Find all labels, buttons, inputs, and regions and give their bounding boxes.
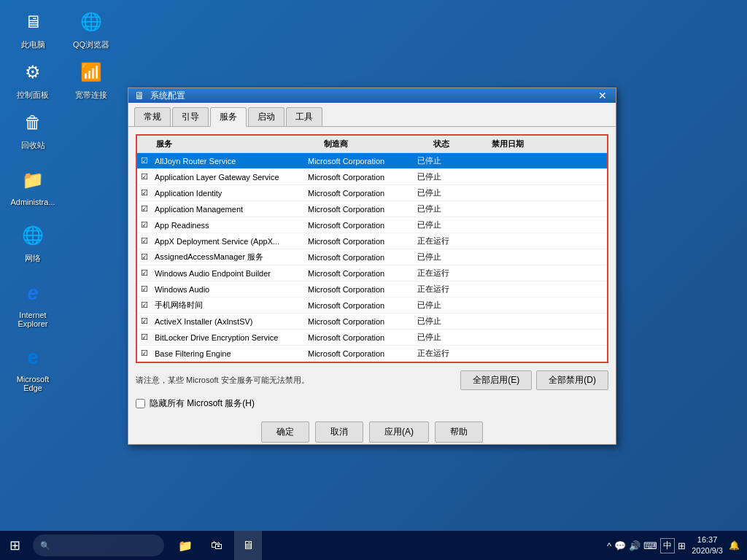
hide-ms-services-checkbox[interactable] — [136, 399, 145, 408]
tray-chevron[interactable]: ^ — [607, 540, 611, 551]
disable-all-button[interactable]: 全部禁用(D) — [536, 370, 608, 390]
apply-button[interactable]: 应用(A) — [369, 421, 429, 443]
tray-keyboard[interactable]: ⌨ — [643, 540, 657, 551]
service-vendor: Microsoft Corporation — [305, 315, 414, 328]
system-config-dialog: 🖥 系统配置 ✕ 常规 引导 服务 启动 工具 服务 制造商 状态 禁用日期 ☑ — [128, 88, 616, 445]
service-date — [473, 351, 531, 356]
service-name: 手机网络时间 — [152, 298, 305, 313]
row-checkbox[interactable]: ☑ — [137, 284, 152, 294]
admin-icon[interactable]: 📁 Administra... — [7, 166, 58, 206]
service-date — [473, 303, 531, 308]
taskbar-store[interactable]: 🛍 — [203, 531, 231, 560]
taskbar-msconfig[interactable]: 🖥 — [234, 531, 262, 560]
table-row[interactable]: ☑ Windows Audio Microsoft Corporation 正在… — [137, 281, 607, 298]
tray-input-method[interactable]: 中 — [660, 538, 675, 553]
enable-all-button[interactable]: 全部启用(E) — [460, 370, 532, 390]
row-checkbox[interactable]: ☑ — [137, 156, 152, 166]
table-row[interactable]: ☑ App Readiness Microsoft Corporation 已停… — [137, 217, 607, 233]
tab-general[interactable]: 常规 — [134, 107, 171, 126]
service-date — [473, 271, 531, 276]
service-vendor: Microsoft Corporation — [305, 203, 414, 216]
close-button[interactable]: ✕ — [595, 88, 610, 103]
cancel-button[interactable]: 取消 — [315, 421, 363, 443]
service-date — [473, 287, 531, 292]
col-header-service[interactable]: 服务 — [152, 137, 320, 151]
tray-volume[interactable]: 🔊 — [629, 540, 640, 551]
ok-button[interactable]: 确定 — [261, 421, 309, 443]
tray-icons: ^ 💬 🔊 ⌨ 中 ⊞ — [607, 538, 686, 553]
row-checkbox[interactable]: ☑ — [137, 172, 152, 182]
tab-tools[interactable]: 工具 — [286, 107, 322, 126]
tray-message[interactable]: 💬 — [614, 540, 626, 551]
services-table-header: 服务 制造商 状态 禁用日期 — [137, 136, 607, 153]
recycle-bin-icon[interactable]: 🗑 回收站 — [7, 108, 58, 151]
row-checkbox[interactable]: ☑ — [137, 316, 152, 326]
table-row[interactable]: ☑ AllJoyn Router Service Microsoft Corpo… — [137, 153, 607, 169]
service-status: 已停止 — [414, 314, 473, 329]
table-row[interactable]: ☑ BitLocker Drive Encryption Service Mic… — [137, 330, 607, 346]
edge-icon[interactable]: e MicrosoftEdge — [7, 343, 58, 392]
row-checkbox[interactable]: ☑ — [137, 188, 152, 198]
service-name: Application Management — [152, 203, 305, 216]
service-vendor: Microsoft Corporation — [305, 187, 414, 200]
row-checkbox[interactable]: ☑ — [137, 300, 152, 310]
service-name: Base Filtering Engine — [152, 347, 305, 360]
control-panel-icon[interactable]: ⚙ 控制面板 — [7, 58, 58, 101]
service-name: ActiveX Installer (AxInstSV) — [152, 315, 305, 328]
network-icon[interactable]: 🌐 网络 — [7, 221, 58, 264]
table-row[interactable]: ☑ AppX Deployment Service (AppX... Micro… — [137, 233, 607, 249]
table-row[interactable]: ☑ Application Layer Gateway Service Micr… — [137, 169, 607, 185]
service-date — [473, 207, 531, 211]
service-status: 已停止 — [414, 298, 473, 313]
this-pc-icon[interactable]: 🖥 此电脑 — [7, 7, 58, 50]
row-checkbox[interactable]: ☑ — [137, 268, 152, 278]
row-checkbox[interactable]: ☑ — [137, 204, 152, 214]
row-checkbox[interactable]: ☑ — [137, 349, 152, 358]
tray-clock[interactable]: 16:37 2020/9/3 — [692, 534, 723, 557]
services-list[interactable]: ☑ AllJoyn Router Service Microsoft Corpo… — [137, 153, 607, 362]
table-row[interactable]: ☑ 手机网络时间 Microsoft Corporation 已停止 — [137, 298, 607, 314]
taskbar-file-explorer[interactable]: 📁 — [171, 531, 199, 560]
col-header-status[interactable]: 状态 — [429, 137, 487, 151]
row-checkbox[interactable]: ☑ — [137, 220, 152, 230]
col-header-date[interactable]: 禁用日期 — [487, 137, 546, 151]
table-row[interactable]: ☑ Base Filtering Engine Microsoft Corpor… — [137, 346, 607, 362]
service-status: 已停止 — [414, 153, 473, 168]
service-name: Application Layer Gateway Service — [152, 171, 305, 184]
ie-icon[interactable]: e InternetExplorer — [7, 279, 58, 328]
help-button[interactable]: 帮助 — [435, 421, 483, 443]
table-row[interactable]: ☑ ActiveX Installer (AxInstSV) Microsoft… — [137, 314, 607, 330]
row-checkbox[interactable]: ☑ — [137, 332, 152, 342]
service-name: Windows Audio Endpoint Builder — [152, 267, 305, 280]
service-vendor: Microsoft Corporation — [305, 171, 414, 184]
service-vendor: Microsoft Corporation — [305, 235, 414, 248]
tab-services[interactable]: 服务 — [210, 107, 247, 127]
table-row[interactable]: ☑ Application Identity Microsoft Corpora… — [137, 185, 607, 201]
taskbar-search[interactable]: 🔍 — [33, 534, 164, 556]
service-status: 已停止 — [414, 249, 473, 265]
search-icon: 🔍 — [40, 541, 50, 551]
hide-ms-services-row: 隐藏所有 Microsoft 服务(H) — [136, 397, 608, 410]
qq-browser-icon[interactable]: 🌐 QQ浏览器 — [66, 7, 117, 50]
taskbar-tray: ^ 💬 🔊 ⌨ 中 ⊞ 16:37 2020/9/3 🔔 — [600, 531, 747, 560]
col-header-vendor[interactable]: 制造商 — [320, 137, 429, 151]
service-vendor: Microsoft Corporation — [305, 347, 414, 360]
start-button[interactable]: ⊞ — [0, 531, 29, 560]
tray-notification[interactable]: 🔔 — [729, 540, 740, 551]
service-status: 正在运行 — [414, 281, 473, 297]
tab-boot[interactable]: 引导 — [172, 107, 209, 126]
service-date — [473, 175, 531, 179]
service-date — [473, 159, 531, 163]
broadband-icon[interactable]: 📶 宽带连接 — [66, 58, 117, 101]
date-display: 2020/9/3 — [692, 545, 723, 556]
service-status: 已停止 — [414, 169, 473, 184]
tray-grid[interactable]: ⊞ — [678, 540, 686, 551]
row-checkbox[interactable]: ☑ — [137, 236, 152, 246]
row-checkbox[interactable]: ☑ — [137, 252, 152, 262]
tab-startup[interactable]: 启动 — [248, 107, 285, 126]
table-row[interactable]: ☑ AssignedAccessManager 服务 Microsoft Cor… — [137, 249, 607, 265]
table-row[interactable]: ☑ Application Management Microsoft Corpo… — [137, 201, 607, 217]
service-vendor: Microsoft Corporation — [305, 219, 414, 232]
table-row[interactable]: ☑ Windows Audio Endpoint Builder Microso… — [137, 265, 607, 281]
service-vendor: Microsoft Corporation — [305, 155, 414, 168]
